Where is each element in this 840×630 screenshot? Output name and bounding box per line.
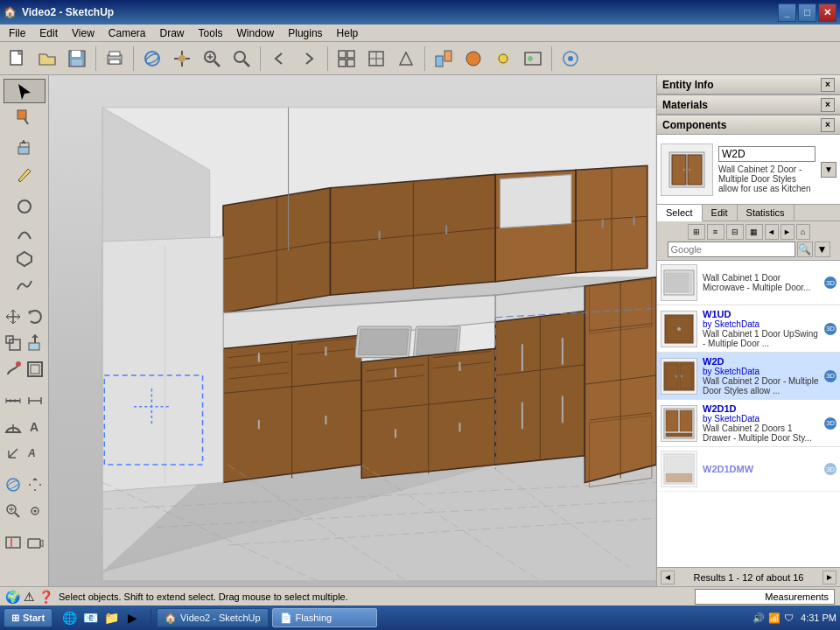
open-button[interactable] (33, 45, 61, 73)
tab-select[interactable]: Select (657, 205, 703, 221)
view-grid-small[interactable]: ⊞ (688, 224, 705, 240)
prev-view[interactable] (265, 45, 293, 73)
paint-tool[interactable] (4, 105, 46, 130)
zoom-tool[interactable] (198, 45, 226, 73)
materials-header[interactable]: Materials × (657, 95, 840, 115)
section-tool[interactable] (3, 530, 24, 555)
components-header[interactable]: Components × (657, 116, 840, 135)
pushpull-tool[interactable] (4, 136, 46, 161)
geo-location[interactable] (556, 45, 584, 73)
nav-forward-button[interactable]: ► (780, 224, 794, 240)
next-page-button[interactable]: ► (822, 570, 836, 584)
move-tool[interactable] (3, 304, 24, 329)
arc-tool[interactable] (4, 220, 46, 245)
menu-draw[interactable]: Draw (153, 25, 192, 41)
text-tool[interactable]: A (24, 415, 46, 439)
zoom-nav-tool[interactable] (3, 499, 24, 523)
offset-tool[interactable] (24, 357, 46, 382)
list-item[interactable]: W2D1DMW 3D (657, 447, 840, 492)
print-button[interactable] (101, 45, 129, 73)
new-button[interactable] (4, 45, 32, 73)
close-button[interactable]: ✕ (818, 4, 836, 22)
lookaround-tool[interactable] (24, 499, 46, 523)
nav-back-button[interactable]: ◄ (765, 224, 779, 240)
orbit-nav-tool[interactable] (3, 472, 24, 497)
list-item[interactable]: W2D by SketchData Wall Cabinet 2 Door - … (657, 353, 840, 400)
freehand-tool[interactable] (4, 273, 46, 298)
menu-camera[interactable]: Camera (102, 25, 153, 41)
media-icon[interactable]: ▶ (122, 608, 142, 627)
component-menu-button[interactable]: ▼ (821, 162, 836, 178)
circle-tool[interactable] (4, 194, 46, 219)
3dtext-tool[interactable]: A (24, 441, 46, 466)
menu-help[interactable]: Help (330, 25, 366, 41)
scale-tool[interactable] (3, 331, 24, 355)
menu-plugins[interactable]: Plugins (281, 25, 329, 41)
pencil-tool[interactable] (4, 163, 46, 187)
orbit-tool[interactable] (138, 45, 166, 73)
shadows-window[interactable] (489, 45, 517, 73)
start-button[interactable]: ⊞ Start (4, 608, 52, 627)
axes-tool[interactable] (3, 441, 24, 466)
front-view[interactable] (392, 45, 420, 73)
save-button[interactable] (63, 45, 91, 73)
components-window[interactable] (430, 45, 458, 73)
menu-window[interactable]: Window (230, 25, 282, 41)
minimize-button[interactable]: _ (778, 4, 796, 22)
dimension-tool[interactable] (24, 388, 46, 413)
pan-nav-tool[interactable] (24, 472, 46, 497)
svg-marker-36 (18, 252, 32, 266)
explorer-icon[interactable]: 📁 (102, 608, 121, 627)
view-grid-large[interactable]: ⊟ (726, 224, 744, 240)
svg-rect-7 (109, 60, 120, 64)
svg-point-27 (466, 52, 480, 66)
nav-home-button[interactable]: ⌂ (796, 224, 810, 240)
materials-window[interactable] (459, 45, 487, 73)
list-item[interactable]: W1UD by SketchData Wall Cabinet 1 Door U… (657, 305, 840, 353)
materials-close[interactable]: × (821, 98, 835, 112)
protractor-tool[interactable] (3, 415, 24, 439)
maximize-button[interactable]: □ (798, 4, 816, 22)
menu-file[interactable]: File (2, 25, 32, 41)
component-name-input[interactable] (718, 146, 816, 162)
search-button[interactable]: 🔍 (797, 242, 813, 257)
taskbar-flashing[interactable]: 📄 Flashing (272, 608, 377, 627)
entity-info-close[interactable]: × (821, 78, 835, 92)
menu-tools[interactable]: Tools (192, 25, 230, 41)
menu-edit[interactable]: Edit (32, 25, 65, 41)
next-view[interactable] (295, 45, 323, 73)
speaker-icon[interactable]: 🔊 (752, 612, 765, 624)
view-list[interactable]: ≡ (707, 224, 724, 240)
view-details[interactable]: ▦ (746, 224, 763, 240)
item-text-2: W1UD by SketchData Wall Cabinet 1 Door U… (703, 309, 819, 348)
zoom-extents-tool[interactable] (228, 45, 256, 73)
advanced-camera-tool[interactable] (24, 530, 46, 555)
standard-views[interactable] (332, 45, 360, 73)
list-item[interactable]: Wall Cabinet 1 Door Microwave - Multiple… (657, 261, 840, 305)
viewport[interactable] (49, 75, 656, 586)
search-options-button[interactable]: ▼ (815, 242, 830, 257)
entity-info-header[interactable]: Entity Info × (657, 75, 840, 94)
tab-statistics[interactable]: Statistics (738, 205, 794, 220)
taskbar-sketchup[interactable]: 🏠 Video2 - SketchUp (157, 608, 269, 627)
components-close[interactable]: × (821, 118, 835, 132)
tab-edit[interactable]: Edit (703, 205, 738, 220)
polygon-tool[interactable] (4, 247, 46, 271)
help-icon[interactable]: ❓ (38, 590, 53, 604)
pushpull-tool2[interactable] (24, 331, 46, 355)
select-tool[interactable] (4, 79, 46, 103)
followme-tool[interactable] (3, 357, 24, 382)
rotate-tool[interactable] (24, 304, 46, 329)
scenes-window[interactable] (519, 45, 547, 73)
list-item[interactable]: W2D1D by SketchData Wall Cabinet 2 Doors… (657, 400, 840, 447)
search-input[interactable] (668, 242, 795, 257)
tape-measure-tool[interactable] (3, 388, 24, 413)
prev-page-button[interactable]: ◄ (661, 570, 675, 584)
pan-tool[interactable] (168, 45, 196, 73)
top-view[interactable] (362, 45, 390, 73)
item-desc-2: Wall Cabinet 1 Door UpSwing - Multiple D… (703, 329, 819, 348)
menu-view[interactable]: View (65, 25, 102, 41)
ie-icon[interactable]: 🌐 (60, 608, 79, 627)
network-icon: 📶 (768, 612, 780, 624)
outlook-icon[interactable]: 📧 (80, 608, 100, 627)
